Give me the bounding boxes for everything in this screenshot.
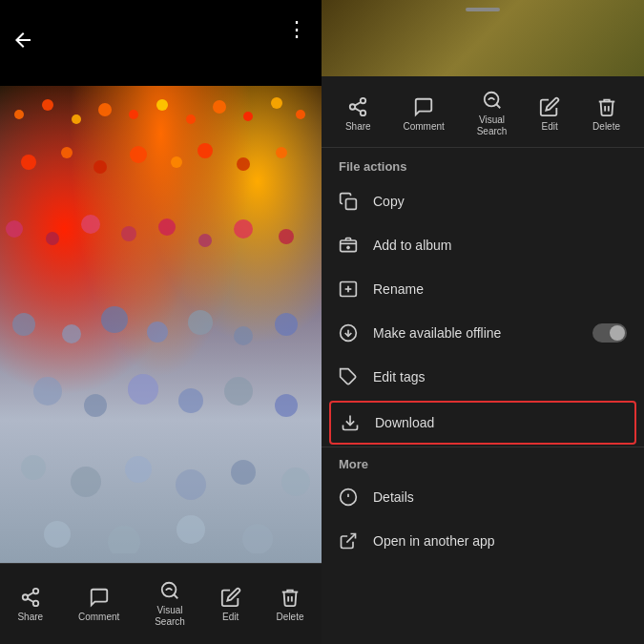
edit-label: Edit <box>222 612 239 622</box>
svg-point-21 <box>6 220 23 238</box>
svg-point-3 <box>42 99 53 111</box>
copy-menu-item[interactable]: Copy <box>322 179 644 223</box>
svg-point-20 <box>276 147 287 158</box>
svg-point-33 <box>188 310 213 335</box>
download-label: Download <box>375 415 434 430</box>
file-actions-label: File actions <box>322 148 644 179</box>
svg-point-41 <box>224 377 253 405</box>
top-bar: ⋮ <box>0 0 322 86</box>
svg-point-5 <box>98 103 112 116</box>
edit-tags-label: Edit tags <box>373 369 425 384</box>
copy-label: Copy <box>373 194 405 209</box>
svg-point-24 <box>121 226 136 241</box>
menu-list: File actions Copy Add to album Ren <box>322 148 644 644</box>
svg-point-47 <box>231 460 256 485</box>
svg-point-39 <box>128 374 158 405</box>
edit-action[interactable]: Edit <box>539 96 560 132</box>
visual-search-action[interactable]: VisualSearch <box>477 90 508 137</box>
svg-point-60 <box>361 97 366 103</box>
svg-point-34 <box>234 326 253 345</box>
details-label: Details <box>373 489 414 505</box>
svg-point-53 <box>33 588 39 593</box>
svg-point-12 <box>296 110 305 119</box>
comment-action[interactable]: Comment <box>403 96 444 132</box>
svg-rect-67 <box>346 199 357 210</box>
svg-point-4 <box>72 114 81 124</box>
comment-button[interactable]: Comment <box>78 587 119 622</box>
svg-point-42 <box>275 394 298 417</box>
make-available-offline-menu-item[interactable]: Make available offline <box>322 311 644 355</box>
svg-point-51 <box>177 515 205 544</box>
svg-point-28 <box>279 229 294 244</box>
delete-action[interactable]: Delete <box>592 96 620 132</box>
share-label: Share <box>17 612 43 622</box>
svg-point-52 <box>242 524 273 553</box>
svg-point-13 <box>21 155 36 170</box>
svg-point-16 <box>130 146 147 163</box>
svg-point-40 <box>178 388 203 413</box>
comment-action-label: Comment <box>403 121 444 132</box>
delete-action-label: Delete <box>592 121 620 132</box>
svg-point-25 <box>158 218 176 236</box>
more-options-button[interactable]: ⋮ <box>286 17 308 42</box>
svg-point-6 <box>129 110 138 119</box>
share-action-label: Share <box>345 121 371 132</box>
svg-point-17 <box>171 156 182 168</box>
share-action[interactable]: Share <box>345 96 371 132</box>
image-thumbnail <box>322 0 644 76</box>
more-section-label: More <box>322 447 644 475</box>
svg-point-26 <box>198 234 212 247</box>
svg-point-35 <box>275 313 298 336</box>
svg-line-59 <box>174 594 177 598</box>
svg-point-8 <box>186 114 196 124</box>
svg-point-18 <box>197 143 213 158</box>
svg-point-27 <box>234 219 253 239</box>
delete-button[interactable]: Delete <box>277 587 304 622</box>
edit-tags-menu-item[interactable]: Edit tags <box>322 355 644 399</box>
left-panel: ⋮ <box>0 0 322 644</box>
svg-rect-68 <box>341 240 357 252</box>
svg-point-48 <box>281 467 310 496</box>
delete-label: Delete <box>277 612 304 622</box>
svg-point-10 <box>243 112 253 121</box>
svg-point-19 <box>237 157 250 171</box>
offline-toggle[interactable] <box>592 323 627 343</box>
download-menu-item[interactable]: Download <box>329 401 636 445</box>
edit-button[interactable]: Edit <box>220 587 241 622</box>
svg-point-32 <box>147 322 168 343</box>
visual-search-label: VisualSearch <box>155 605 185 628</box>
rename-menu-item[interactable]: Rename <box>322 267 644 311</box>
back-button[interactable] <box>11 29 34 57</box>
comment-label: Comment <box>78 612 119 622</box>
svg-line-63 <box>355 108 361 112</box>
svg-point-9 <box>213 100 226 114</box>
svg-point-23 <box>81 215 100 234</box>
details-menu-item[interactable]: Details <box>322 475 644 519</box>
add-to-album-menu-item[interactable]: Add to album <box>322 223 644 267</box>
svg-point-43 <box>21 455 46 480</box>
share-button[interactable]: Share <box>17 587 43 622</box>
drag-handle <box>466 8 500 11</box>
right-panel: Share Comment VisualSearch Edit <box>322 0 644 644</box>
visual-search-button[interactable]: VisualSearch <box>155 580 185 628</box>
svg-point-58 <box>162 583 177 597</box>
svg-point-2 <box>14 110 24 119</box>
svg-line-56 <box>28 598 33 602</box>
svg-point-49 <box>44 521 71 548</box>
add-to-album-label: Add to album <box>373 238 452 253</box>
svg-point-37 <box>84 394 107 417</box>
make-available-offline-label: Make available offline <box>373 325 501 341</box>
svg-point-62 <box>361 110 366 115</box>
toggle-knob <box>610 325 625 341</box>
svg-point-55 <box>33 600 39 606</box>
open-in-another-app-menu-item[interactable]: Open in another app <box>322 519 644 563</box>
svg-point-31 <box>101 306 128 333</box>
visual-search-action-label: VisualSearch <box>477 114 508 137</box>
svg-point-29 <box>12 313 35 336</box>
svg-line-64 <box>355 101 361 105</box>
svg-point-36 <box>33 377 62 405</box>
svg-point-15 <box>93 160 107 174</box>
drops-overlay <box>0 86 322 553</box>
rename-label: Rename <box>373 281 424 297</box>
svg-point-54 <box>23 594 29 600</box>
